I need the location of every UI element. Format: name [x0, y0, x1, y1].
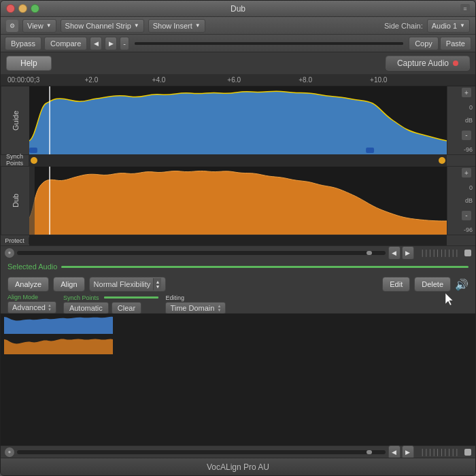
dub-db-0: 0 [469, 184, 473, 191]
controls-row: Analyze Align Normal Flexibility ▲ ▼ Edi… [1, 274, 475, 294]
main-scroll-track[interactable] [17, 251, 386, 255]
window-title: Dub [231, 4, 245, 14]
synch-group-ctrl: Automatic Clear [63, 302, 159, 314]
guide-db-96: -96 [464, 146, 473, 153]
synch-point-left [31, 157, 37, 164]
dub-label: Dub [1, 167, 29, 235]
zoom-handle[interactable] [464, 250, 471, 256]
protect-row: Protect [1, 235, 475, 245]
synch-points-ctrl-group: Synch Points Automatic Clear [63, 294, 159, 314]
window-menu-icon[interactable]: ≡ [460, 4, 470, 14]
scroll-nav-back[interactable]: ◀ [388, 246, 401, 260]
minimize-button[interactable] [18, 4, 27, 13]
preview-section [1, 313, 475, 445]
analyze-button[interactable]: Analyze [7, 277, 49, 292]
protect-track[interactable] [29, 235, 447, 245]
help-row: Help Capture Audio [1, 52, 475, 74]
flexibility-label: Normal Flexibility [94, 280, 151, 288]
bottom-nav-fwd[interactable]: ▶ [402, 445, 414, 459]
align-mode-label: Align Mode [7, 294, 56, 301]
sidechain-label: Side Chain: [384, 22, 423, 30]
dub-section: Dub + 0 dB - [1, 167, 475, 235]
nav-back-button[interactable]: ◀ [90, 37, 102, 50]
svg-rect-2 [29, 148, 37, 153]
dub-db-scale: + 0 dB - -96 [447, 167, 475, 235]
main-window: Dub ≡ ⚙ View ▼ Show Channel Strip ▼ Show… [0, 0, 476, 476]
capture-label: Capture Audio [397, 58, 449, 68]
mode-row: Align Mode Advanced ▲ ▼ Synch Points [1, 294, 475, 313]
nav-forward-button[interactable]: ▶ [105, 37, 117, 50]
speaker-icon[interactable]: 🔊 [455, 277, 469, 291]
footer: VocALign Pro AU [1, 458, 475, 475]
settings-icon: ⚙ [6, 20, 18, 32]
dub-db-label: dB [465, 197, 473, 204]
bottom-zoom-handle[interactable] [464, 449, 471, 456]
guide-db-scale: + 0 dB - -96 [447, 86, 475, 154]
dub-playhead [50, 167, 50, 235]
main-scroll-thumb [367, 251, 372, 255]
bottom-zoom-ticks: ││││││││││ [417, 449, 459, 456]
align-mode-group: Align Mode Advanced ▲ ▼ [7, 294, 56, 313]
dash-button[interactable]: - [120, 37, 129, 50]
editing-value: Time Domain [170, 304, 214, 312]
time-8: +8.0 [299, 76, 312, 84]
paste-button[interactable]: Paste [440, 37, 471, 50]
time-start: 00:00:00;3 [7, 76, 39, 84]
guide-zoom-out[interactable]: - [462, 131, 471, 140]
help-button[interactable]: Help [6, 56, 52, 71]
title-bar: Dub ≡ [1, 1, 475, 17]
bottom-nav-back[interactable]: ◀ [388, 445, 401, 459]
preview-waveform-svg [1, 313, 475, 445]
dub-waveform-area [29, 167, 447, 235]
close-button[interactable] [6, 4, 15, 13]
guide-section: Guide + [1, 86, 475, 154]
align-mode-ctrl: Advanced ▲ ▼ [7, 301, 56, 313]
guide-playhead [50, 86, 50, 154]
view-dropdown-arrow: ▼ [46, 22, 52, 29]
edit-button[interactable]: Edit [382, 277, 410, 292]
synch-points-row: Synch Points [1, 154, 475, 167]
cursor-icon [444, 292, 455, 307]
guide-zoom-in[interactable]: + [462, 88, 471, 97]
protect-label: Protect [1, 237, 29, 244]
clear-button[interactable]: Clear [112, 302, 141, 314]
bypass-button[interactable]: Bypass [5, 37, 41, 50]
dub-zoom-in[interactable]: + [462, 168, 471, 177]
selected-audio-bar [61, 266, 469, 268]
synch-points-track[interactable] [29, 155, 447, 166]
scroll-left-btn[interactable]: ● [5, 248, 14, 258]
dub-zoom-out[interactable]: - [462, 211, 471, 220]
capture-indicator [453, 61, 458, 66]
footer-label: VocALign Pro AU [207, 462, 269, 472]
show-channel-strip-dropdown[interactable]: Show Channel Strip ▼ [61, 19, 144, 33]
insert-arrow: ▼ [195, 22, 201, 29]
svg-rect-6 [29, 167, 35, 235]
toolbar-row2: Bypass Compare ◀ ▶ - Copy Paste [1, 35, 475, 52]
view-dropdown[interactable]: View ▼ [22, 19, 56, 33]
copy-button[interactable]: Copy [409, 37, 439, 50]
editing-label: Editing [165, 294, 226, 301]
compare-button[interactable]: Compare [44, 37, 87, 50]
bottom-scroll-left[interactable]: ● [5, 447, 14, 457]
svg-rect-3 [366, 148, 374, 153]
flexibility-arrows: ▲ ▼ [153, 278, 161, 290]
toolbar-slider[interactable] [135, 42, 403, 45]
sidechain-dropdown[interactable]: Audio 1 ▼ [427, 19, 470, 33]
automatic-button[interactable]: Automatic [63, 302, 109, 314]
time-4: +4.0 [152, 76, 166, 84]
bottom-scroll-track[interactable] [17, 450, 386, 454]
bottom-scroll-thumb [367, 450, 372, 454]
capture-button[interactable]: Capture Audio [386, 56, 470, 71]
sidechain-arrow: ▼ [460, 22, 465, 29]
scroll-nav-fwd[interactable]: ▶ [402, 246, 414, 260]
guide-waveform-svg [29, 86, 447, 154]
show-insert-dropdown[interactable]: Show Insert ▼ [148, 19, 205, 33]
align-mode-select[interactable]: Advanced ▲ ▼ [7, 301, 56, 313]
maximize-button[interactable] [31, 4, 39, 13]
editing-select[interactable]: Time Domain ▲ ▼ [165, 302, 226, 314]
delete-button[interactable]: Delete [414, 277, 451, 292]
editing-group: Editing Time Domain ▲ ▼ [165, 294, 226, 314]
flexibility-dropdown[interactable]: Normal Flexibility ▲ ▼ [89, 277, 167, 292]
bottom-scroll-nav: ◀ ▶ [388, 445, 414, 459]
align-button[interactable]: Align [53, 277, 84, 292]
